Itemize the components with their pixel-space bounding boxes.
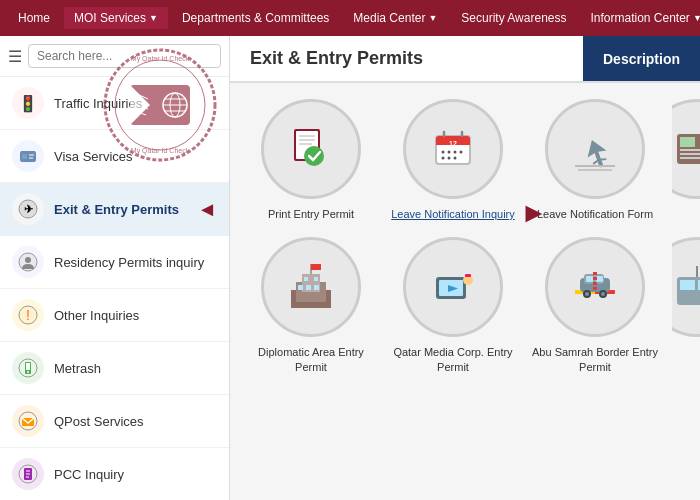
qpost-icon [12,405,44,437]
svg-point-52 [454,151,457,154]
svg-point-53 [460,151,463,154]
svg-rect-74 [314,277,318,281]
pcc-icon [12,458,44,490]
page-title: Exit & Entry Permits [230,36,583,81]
diplomatic-icon [261,237,361,337]
exit-icon: ✈ [12,193,44,225]
residency-icon [12,246,44,278]
content-header: Exit & Entry Permits Description [230,36,700,83]
abu-samrah-icon [545,237,645,337]
sidebar-item-exit-label: Exit & Entry Permits [54,202,179,217]
partial-1-icon [672,99,700,199]
search-input[interactable] [28,44,221,68]
info-center-arrow: ▼ [693,13,700,23]
services-row-2: Diplomatic Area Entry Permit [246,237,684,374]
service-qatar-media[interactable]: Qatar Media Corp. Entry Permit [388,237,518,374]
other-icon: ! [12,299,44,331]
sidebar-item-qpost[interactable]: QPost Services [0,395,229,448]
sidebar-item-pcc[interactable]: PCC Inquiry [0,448,229,500]
metrash-icon [12,352,44,384]
svg-point-94 [585,292,589,296]
sidebar-item-visa-label: Visa Services [54,149,133,164]
sidebar-item-traffic-label: Traffic Inquiries [54,96,142,111]
svg-rect-72 [314,285,319,290]
svg-text:✈: ✈ [24,203,34,215]
print-entry-icon [261,99,361,199]
visa-icon [12,140,44,172]
abu-samrah-label: Abu Samrah Border Entry Permit [530,345,660,374]
service-print-entry-permit[interactable]: Print Entry Permit [246,99,376,221]
sidebar-item-residency-label: Residency Permits inquiry [54,255,204,270]
svg-rect-64 [680,153,700,155]
svg-rect-99 [680,280,695,290]
partial-2-icon [672,237,700,337]
svg-rect-62 [680,137,695,147]
qatar-media-label: Qatar Media Corp. Entry Permit [388,345,518,374]
service-abu-samrah[interactable]: Abu Samrah Border Entry Permit [530,237,660,374]
leave-inquiry-arrow: ◄ [520,199,548,231]
svg-point-50 [442,151,445,154]
sidebar-item-exit[interactable]: ✈ Exit & Entry Permits ◄ [0,183,229,236]
svg-point-56 [454,157,457,160]
sidebar-item-other-label: Other Inquiries [54,308,139,323]
nav-moi-services[interactable]: MOI Services ▼ [64,7,168,29]
service-leave-notification-inquiry[interactable]: 12 Leave Notific [388,99,518,221]
svg-rect-90 [586,276,593,282]
svg-rect-76 [311,264,321,270]
services-row-1: Print Entry Permit 12 [246,99,684,221]
service-partial-2[interactable] [672,237,700,374]
svg-rect-63 [680,149,700,151]
exit-arrow-indicator: ◄ [197,198,217,221]
sidebar-item-visa[interactable]: Visa Services [0,130,229,183]
services-grid: Print Entry Permit 12 [230,83,700,500]
svg-point-51 [448,151,451,154]
svg-point-55 [448,157,451,160]
media-center-arrow: ▼ [428,13,437,23]
svg-rect-82 [465,274,471,277]
print-entry-label: Print Entry Permit [268,207,354,221]
description-tab[interactable]: Description [583,36,700,81]
svg-rect-27 [26,363,30,370]
service-diplomatic[interactable]: Diplomatic Area Entry Permit [246,237,376,374]
service-leave-notification-form[interactable]: Leave Notification Form [530,99,660,221]
svg-rect-91 [596,276,603,282]
sidebar-item-qpost-label: QPost Services [54,414,144,429]
sidebar-item-other[interactable]: ! Other Inquiries [0,289,229,342]
sidebar-item-residency[interactable]: Residency Permits inquiry [0,236,229,289]
svg-point-54 [442,157,445,160]
leave-inquiry-icon: 12 [403,99,503,199]
leave-form-label: Leave Notification Form [537,207,653,221]
top-navigation: Home MOI Services ▼ Departments & Commit… [0,0,700,36]
nav-media-center[interactable]: Media Center ▼ [343,7,447,29]
nav-home[interactable]: Home [8,7,60,29]
qatar-media-icon [403,237,503,337]
svg-rect-73 [304,277,308,281]
svg-text:12: 12 [449,140,457,147]
moi-services-arrow: ▼ [149,13,158,23]
svg-rect-65 [680,157,700,159]
nav-departments[interactable]: Departments & Committees [172,7,339,29]
main-layout: ☰ 🚦 Traffic Inquiries Visa Services ✈ Ex… [0,36,700,500]
sidebar: ☰ 🚦 Traffic Inquiries Visa Services ✈ Ex… [0,36,230,500]
sidebar-item-metrash-label: Metrash [54,361,101,376]
leave-form-icon [545,99,645,199]
svg-text:!: ! [26,307,30,323]
svg-rect-16 [22,154,27,159]
traffic-icon: 🚦 [12,87,44,119]
hamburger-icon[interactable]: ☰ [8,47,22,66]
diplomatic-label: Diplomatic Area Entry Permit [246,345,376,374]
service-partial-1[interactable] [672,99,700,221]
svg-rect-70 [298,285,303,290]
content-area: Exit & Entry Permits Description [230,36,700,500]
leave-inquiry-label: Leave Notification Inquiry [391,207,515,221]
sidebar-item-traffic[interactable]: 🚦 Traffic Inquiries [0,77,229,130]
svg-point-22 [25,257,31,263]
sidebar-item-metrash[interactable]: Metrash [0,342,229,395]
nav-security[interactable]: Security Awareness [451,7,576,29]
svg-point-28 [27,371,29,373]
sidebar-item-pcc-label: PCC Inquiry [54,467,124,482]
nav-info-center[interactable]: Information Center ▼ [580,7,700,29]
svg-point-95 [601,292,605,296]
sidebar-search-bar: ☰ [0,36,229,77]
svg-rect-71 [306,285,311,290]
